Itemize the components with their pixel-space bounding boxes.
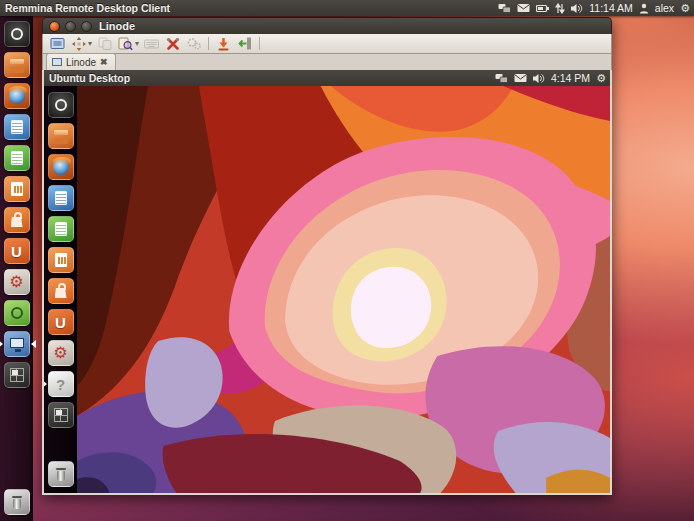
active-app-title: Remmina Remote Desktop Client [5, 2, 170, 14]
launcher-item-files[interactable] [4, 52, 30, 78]
launcher-item-remmina[interactable] [4, 331, 30, 357]
tab-linode[interactable]: Linode ✖ [46, 53, 116, 70]
remote-panel-title: Ubuntu Desktop [49, 72, 130, 84]
remote-desktop-view[interactable]: Ubuntu Desktop 4:14 PM [42, 70, 612, 495]
tab-label: Linode [66, 57, 96, 68]
focused-indicator [31, 340, 36, 348]
tab-close-icon[interactable]: ✖ [100, 57, 108, 67]
launcher-item-trash[interactable] [48, 461, 74, 487]
launcher-item-unknown[interactable] [48, 371, 74, 397]
toolbar-separator [208, 37, 209, 50]
launcher-item-impress[interactable] [48, 247, 74, 273]
network-icon[interactable] [498, 3, 511, 14]
scaled-view-dropdown-icon[interactable]: ▾ [135, 39, 139, 48]
mail-icon[interactable] [514, 73, 527, 83]
connection-tabbar: Linode ✖ [42, 54, 612, 70]
battery-icon[interactable] [536, 4, 549, 13]
screen: Remmina Remote Desktop Client 11:14 AM a… [0, 0, 694, 521]
launcher-item-software-center[interactable] [48, 278, 74, 304]
launcher-item-firefox[interactable] [48, 154, 74, 180]
launcher-item-impress[interactable] [4, 176, 30, 202]
launcher-item-settings[interactable] [4, 269, 30, 295]
launcher-item-writer[interactable] [48, 185, 74, 211]
launcher-item-writer[interactable] [4, 114, 30, 140]
launcher-item-calc[interactable] [48, 216, 74, 242]
session-gear-icon[interactable] [596, 72, 606, 85]
launcher-item-dash[interactable] [4, 21, 30, 47]
launcher-item-ubuntu-one[interactable] [48, 309, 74, 335]
launcher-item-software-center[interactable] [4, 207, 30, 233]
close-button[interactable] [49, 21, 60, 32]
remote-clock[interactable]: 4:14 PM [551, 72, 590, 84]
launcher-item-trash[interactable] [4, 489, 30, 515]
gears-icon[interactable] [185, 35, 202, 52]
running-indicator [0, 340, 3, 348]
disconnect-icon[interactable] [215, 35, 232, 52]
clock[interactable]: 11:14 AM [589, 2, 633, 14]
window-titlebar[interactable]: Linode [42, 17, 612, 34]
unity-launcher [0, 16, 33, 521]
window-title: Linode [99, 20, 135, 32]
remmina-toolbar: ▾ ▾ [42, 34, 612, 54]
keyboard-grab-icon[interactable] [143, 35, 160, 52]
fullscreen-icon[interactable] [49, 35, 66, 52]
fit-window-icon[interactable] [70, 35, 87, 52]
volume-icon[interactable] [571, 3, 583, 14]
launcher-item-ubuntu-one[interactable] [4, 238, 30, 264]
session-gear-icon[interactable] [680, 2, 690, 15]
launcher-item-firefox[interactable] [4, 83, 30, 109]
user-name[interactable]: alex [655, 2, 674, 14]
launcher-item-files[interactable] [48, 123, 74, 149]
remmina-window: Linode ▾ ▾ Linode ✖ [42, 17, 612, 495]
remote-wallpaper [77, 86, 610, 493]
launcher-item-calc[interactable] [4, 145, 30, 171]
top-panel: Remmina Remote Desktop Client 11:14 AM a… [0, 0, 694, 16]
quit-icon[interactable] [236, 35, 253, 52]
launcher-item-settings[interactable] [48, 340, 74, 366]
system-tray: 11:14 AM alex [498, 2, 694, 15]
launcher-item-dash[interactable] [48, 92, 74, 118]
minimize-button[interactable] [65, 21, 76, 32]
user-icon[interactable] [639, 3, 649, 14]
maximize-button[interactable] [81, 21, 92, 32]
launcher-item-workspace-switcher[interactable] [48, 402, 74, 428]
mail-icon[interactable] [517, 3, 530, 13]
remote-system-tray: 4:14 PM [495, 72, 610, 85]
connection-icon [52, 58, 62, 66]
tools-icon[interactable] [164, 35, 181, 52]
switch-page-icon[interactable] [96, 35, 113, 52]
volume-icon[interactable] [533, 73, 545, 84]
launcher-item-green-app[interactable] [4, 300, 30, 326]
scaled-view-icon[interactable] [117, 35, 134, 52]
sync-arrows-icon[interactable] [555, 3, 565, 14]
remote-unity-launcher [44, 86, 77, 493]
remote-top-panel: Ubuntu Desktop 4:14 PM [44, 70, 610, 86]
launcher-item-workspace-switcher[interactable] [4, 362, 30, 388]
running-indicator [42, 380, 47, 388]
network-icon[interactable] [495, 73, 508, 84]
fit-window-dropdown-icon[interactable]: ▾ [88, 39, 92, 48]
toolbar-separator [259, 37, 260, 50]
